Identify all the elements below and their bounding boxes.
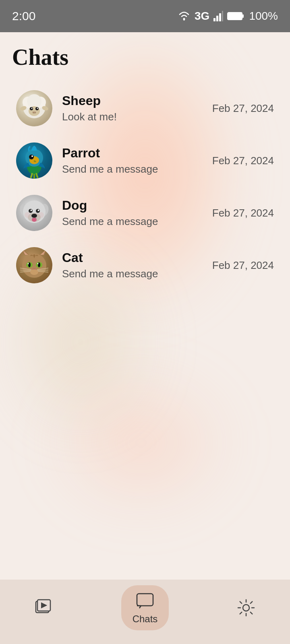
svg-rect-4	[222, 11, 223, 21]
svg-point-48	[28, 263, 29, 264]
bg-decoration-3	[40, 362, 242, 523]
chat-item-dog[interactable]: Dog Send me a message Feb 27, 2024	[12, 187, 278, 239]
svg-rect-6	[242, 14, 244, 18]
signal-icon	[213, 11, 223, 21]
svg-point-17	[32, 111, 36, 114]
svg-point-34	[38, 210, 39, 211]
chat-info-sheep: Sheep Look at me!	[62, 93, 208, 123]
chat-info-parrot: Parrot Send me a message	[62, 146, 208, 175]
chats-nav-label: Chats	[133, 613, 158, 625]
svg-line-54	[37, 270, 48, 270]
svg-point-19	[35, 112, 36, 114]
main-content: Chats	[0, 32, 290, 291]
svg-point-36	[32, 218, 37, 222]
svg-rect-7	[228, 13, 241, 19]
nav-item-settings[interactable]	[224, 594, 268, 622]
chat-preview-sheep: Look at me!	[62, 111, 208, 123]
chats-nav-active-bg: Chats	[121, 585, 169, 630]
avatar-sheep	[16, 90, 52, 126]
dog-avatar-svg	[16, 195, 52, 231]
chat-preview-dog: Send me a message	[62, 215, 208, 228]
parrot-avatar-svg	[16, 142, 52, 179]
svg-point-61	[243, 605, 249, 611]
battery-icon	[227, 11, 245, 21]
cat-avatar-svg	[16, 247, 52, 283]
media-nav-icon	[34, 598, 54, 618]
settings-nav-icon	[236, 598, 256, 618]
chat-item-sheep[interactable]: Sheep Look at me! Feb 27, 2024	[12, 82, 278, 134]
media-icon	[34, 598, 54, 617]
svg-point-37	[25, 212, 30, 218]
svg-point-25	[29, 155, 34, 159]
chat-preview-cat: Send me a message	[62, 268, 208, 280]
svg-point-0	[183, 18, 185, 20]
settings-icon	[236, 598, 256, 617]
chat-date-sheep: Feb 27, 2024	[212, 102, 274, 115]
svg-point-47	[38, 262, 40, 267]
chat-info-cat: Cat Send me a message	[62, 250, 208, 280]
chat-info-dog: Dog Send me a message	[62, 198, 208, 228]
svg-point-49	[37, 263, 39, 264]
chat-icon	[135, 591, 155, 611]
chat-name-cat: Cat	[62, 250, 208, 265]
svg-rect-60	[137, 594, 153, 606]
chat-item-parrot[interactable]: Parrot Send me a message Feb 27, 2024	[12, 134, 278, 187]
status-time: 2:00	[12, 9, 35, 23]
chat-list: Sheep Look at me! Feb 27, 2024	[12, 82, 278, 291]
svg-point-56	[30, 269, 38, 275]
svg-point-26	[31, 155, 33, 157]
svg-point-18	[33, 112, 34, 114]
battery-label: 100%	[249, 10, 278, 23]
chat-name-sheep: Sheep	[62, 93, 208, 108]
nav-item-media[interactable]	[22, 594, 66, 622]
status-bar: 2:00 3G 100%	[0, 0, 290, 32]
svg-point-46	[28, 262, 31, 267]
page-title: Chats	[12, 44, 278, 70]
status-icons: 3G 100%	[178, 10, 278, 23]
svg-point-15	[31, 108, 33, 109]
chat-name-parrot: Parrot	[62, 146, 208, 161]
svg-point-16	[37, 108, 38, 109]
wifi-icon	[178, 11, 191, 21]
svg-point-35	[31, 214, 37, 218]
chat-date-parrot: Feb 27, 2024	[212, 155, 274, 167]
svg-point-33	[31, 210, 32, 211]
svg-line-51	[20, 270, 31, 270]
avatar-parrot	[16, 142, 52, 179]
chat-date-cat: Feb 27, 2024	[212, 259, 274, 272]
svg-point-31	[29, 209, 33, 213]
chat-item-cat[interactable]: Cat Send me a message Feb 27, 2024	[12, 239, 278, 291]
network-label: 3G	[195, 10, 209, 23]
chat-date-dog: Feb 27, 2024	[212, 207, 274, 219]
chat-name-dog: Dog	[62, 198, 208, 213]
avatar-cat	[16, 247, 52, 283]
sheep-avatar-svg	[16, 90, 52, 126]
chat-preview-parrot: Send me a message	[62, 163, 208, 175]
svg-rect-1	[213, 18, 215, 21]
svg-rect-2	[216, 16, 218, 21]
svg-point-38	[38, 212, 44, 218]
svg-rect-3	[219, 13, 221, 21]
svg-point-32	[36, 209, 40, 213]
bottom-nav: Chats	[0, 580, 290, 644]
nav-item-chats[interactable]: Chats	[109, 581, 181, 634]
avatar-dog	[16, 195, 52, 231]
chats-nav-icon	[135, 591, 155, 611]
